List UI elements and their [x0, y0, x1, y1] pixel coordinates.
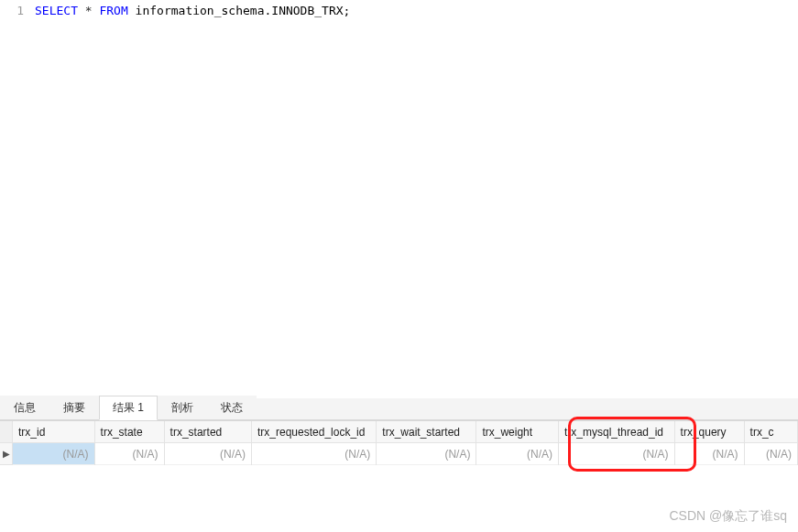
column-trx_wait_started: trx_wait_started(N/A) — [377, 421, 476, 465]
cell[interactable]: (N/A) — [559, 443, 674, 465]
column-header[interactable]: trx_requested_lock_id — [252, 421, 376, 443]
column-header[interactable]: trx_weight — [476, 421, 558, 443]
column-header[interactable]: trx_state — [95, 421, 164, 443]
column-trx_query: trx_query(N/A) — [675, 421, 745, 465]
row-marker[interactable]: ▶ — [0, 443, 12, 465]
row-header-corner — [0, 421, 12, 443]
column-trx_weight: trx_weight(N/A) — [476, 421, 559, 465]
grid-columns: trx_id(N/A)trx_state(N/A)trx_started(N/A… — [13, 421, 798, 465]
column-header[interactable]: trx_query — [675, 421, 744, 443]
column-trx_mysql_thread_id: trx_mysql_thread_id(N/A) — [559, 421, 675, 465]
watermark: CSDN @像忘了谁sq — [669, 508, 787, 525]
cell[interactable]: (N/A) — [476, 443, 558, 465]
cell[interactable]: (N/A) — [377, 443, 476, 465]
column-header[interactable]: trx_id — [13, 421, 94, 443]
code-star: * — [78, 4, 99, 17]
tab-status[interactable]: 状态 — [207, 396, 257, 419]
code-rest: information_schema.INNODB_TRX; — [128, 4, 351, 17]
tab-result-1[interactable]: 结果 1 — [99, 396, 158, 420]
keyword-from: FROM — [99, 4, 127, 17]
column-header[interactable]: trx_c — [745, 421, 797, 443]
tab-info[interactable]: 信息 — [0, 396, 49, 419]
sql-editor[interactable]: 1 SELECT * FROM information_schema.INNOD… — [0, 0, 798, 398]
tab-summary[interactable]: 摘要 — [49, 396, 99, 419]
cell[interactable]: (N/A) — [252, 443, 376, 465]
column-trx_id: trx_id(N/A) — [13, 421, 95, 465]
cell[interactable]: (N/A) — [165, 443, 251, 465]
keyword-select: SELECT — [35, 4, 78, 17]
sql-code[interactable]: SELECT * FROM information_schema.INNODB_… — [33, 0, 798, 398]
tab-profile[interactable]: 剖析 — [158, 396, 207, 419]
line-gutter: 1 — [0, 0, 33, 398]
line-number: 1 — [0, 4, 24, 17]
result-grid-wrap: ▶ trx_id(N/A)trx_state(N/A)trx_started(N… — [0, 420, 798, 465]
row-header-column: ▶ — [0, 421, 13, 465]
result-grid[interactable]: ▶ trx_id(N/A)trx_state(N/A)trx_started(N… — [0, 420, 798, 465]
column-trx_requested_lock_id: trx_requested_lock_id(N/A) — [252, 421, 377, 465]
cell[interactable]: (N/A) — [13, 443, 94, 465]
column-header[interactable]: trx_started — [165, 421, 251, 443]
column-trx_operation_state: trx_c(N/A) — [745, 421, 798, 465]
column-trx_state: trx_state(N/A) — [95, 421, 165, 465]
cell[interactable]: (N/A) — [675, 443, 744, 465]
column-trx_started: trx_started(N/A) — [165, 421, 252, 465]
cell[interactable]: (N/A) — [95, 443, 164, 465]
result-tabs: 信息 摘要 结果 1 剖析 状态 — [0, 398, 798, 420]
column-header[interactable]: trx_wait_started — [377, 421, 476, 443]
column-header[interactable]: trx_mysql_thread_id — [559, 421, 674, 443]
cell[interactable]: (N/A) — [745, 443, 797, 465]
